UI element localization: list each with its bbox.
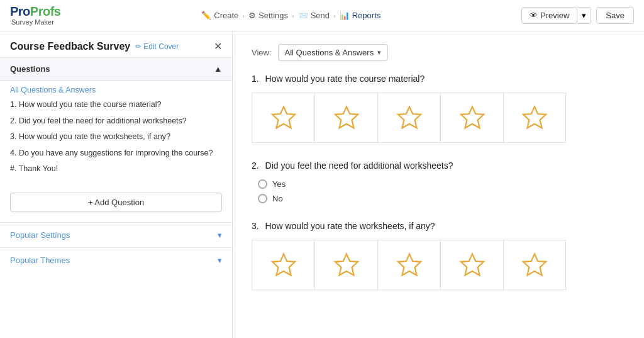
- view-option-label: All Questions & Answers: [285, 48, 374, 57]
- star-icon: [333, 104, 360, 132]
- save-button[interactable]: Save: [596, 7, 634, 24]
- eye-icon: 👁: [530, 11, 538, 20]
- nav-sep-2: ›: [292, 12, 294, 20]
- survey-title: Course Feedback Survey: [10, 41, 130, 52]
- star-3-4[interactable]: [440, 240, 503, 290]
- star-icon: [270, 104, 297, 132]
- star-3-1[interactable]: [252, 240, 314, 290]
- add-question-wrap: + Add Question: [0, 185, 232, 222]
- star-3-5[interactable]: [503, 240, 566, 290]
- radio-option-no[interactable]: No: [258, 194, 625, 203]
- nav-bar: ✏️ Create › ⚙ Settings › 📨 Send › 📊 Repo…: [201, 11, 380, 20]
- q3-text: How would you rate the worksheets, if an…: [19, 132, 170, 141]
- list-item[interactable]: 3. How would you rate the worksheets, if…: [10, 132, 222, 143]
- question-1-title: 1. How would you rate the course materia…: [252, 74, 625, 84]
- pencil-small-icon: ✏: [135, 42, 142, 51]
- sidebar-title-row: Course Feedback Survey ✏ Edit Cover: [10, 41, 179, 52]
- question-block-2: 2. Did you feel the need for additional …: [252, 161, 625, 203]
- q1-text: How would you rate the course material?: [19, 100, 162, 109]
- q5-num: #.: [10, 164, 16, 173]
- popular-themes-section[interactable]: Popular Themes ▾: [0, 247, 232, 273]
- star-icon: [333, 251, 360, 279]
- question-3-title: 3. How would you rate the worksheets, if…: [252, 221, 625, 231]
- send-icon: 📨: [298, 11, 308, 20]
- star-rating-1[interactable]: [252, 93, 625, 143]
- star-icon: [458, 104, 486, 132]
- star-3-3[interactable]: [377, 240, 440, 290]
- list-item[interactable]: 1. How would you rate the course materia…: [10, 99, 222, 111]
- star-3-2[interactable]: [314, 240, 377, 290]
- nav-create[interactable]: ✏️ Create: [201, 11, 238, 20]
- preview-wrap: 👁 Preview ▾: [521, 7, 591, 24]
- popular-settings-section[interactable]: Popular Settings ▾: [0, 222, 232, 247]
- sidebar-header: Course Feedback Survey ✏ Edit Cover ✕: [0, 31, 232, 57]
- radio-circle-no: [258, 194, 267, 203]
- q4-num: 4.: [10, 149, 16, 157]
- star-icon: [396, 251, 423, 279]
- question-block-3: 3. How would you rate the worksheets, if…: [252, 221, 625, 290]
- star-icon: [270, 251, 297, 279]
- pencil-icon: ✏️: [201, 11, 211, 20]
- star-rating-3[interactable]: [252, 240, 625, 290]
- save-label: Save: [606, 11, 625, 20]
- svg-marker-1: [335, 106, 357, 128]
- q4-text: Do you have any suggestions for improvin…: [19, 149, 213, 157]
- view-select[interactable]: All Questions & Answers ▾: [278, 44, 389, 61]
- questions-section-header[interactable]: Questions ▲: [0, 57, 232, 81]
- questions-chevron-icon: ▲: [214, 64, 222, 74]
- nav-send[interactable]: 📨 Send: [298, 11, 330, 20]
- radio-label-no: No: [272, 194, 283, 203]
- popular-settings-chevron-icon: ▾: [218, 230, 222, 240]
- svg-marker-8: [460, 254, 483, 275]
- list-item[interactable]: 2. Did you feel the need for additional …: [10, 116, 222, 127]
- question-block-1: 1. How would you rate the course materia…: [252, 74, 625, 143]
- q3-num: 3.: [10, 132, 16, 141]
- popular-themes-label: Popular Themes: [10, 256, 70, 265]
- view-dropdown-icon: ▾: [377, 48, 381, 57]
- nav-sep-1: ›: [242, 12, 245, 20]
- star-1-4[interactable]: [440, 93, 503, 143]
- list-item[interactable]: #. Thank You!: [10, 164, 222, 175]
- star-icon: [458, 251, 486, 279]
- view-bar: View: All Questions & Answers ▾: [252, 44, 625, 61]
- sidebar: Course Feedback Survey ✏ Edit Cover ✕ Qu…: [0, 31, 233, 338]
- questions-list: All Questions & Answers 1. How would you…: [0, 81, 232, 185]
- q1-num: 1.: [10, 100, 16, 109]
- q2-num: 2.: [10, 116, 16, 125]
- questions-section-label: Questions: [10, 64, 50, 74]
- sidebar-close-button[interactable]: ✕: [214, 40, 222, 52]
- nav-reports-label: Reports: [352, 11, 381, 20]
- star-1-3[interactable]: [377, 93, 440, 143]
- svg-marker-0: [272, 106, 294, 128]
- popular-settings-label: Popular Settings: [10, 230, 70, 240]
- logo-profs: Profs: [30, 4, 61, 18]
- gear-icon: ⚙: [248, 11, 256, 20]
- add-question-button[interactable]: + Add Question: [10, 193, 222, 212]
- star-1-1[interactable]: [252, 93, 314, 143]
- header-actions: 👁 Preview ▾ Save: [521, 7, 634, 24]
- question-2-title: 2. Did you feel the need for additional …: [252, 161, 625, 171]
- logo-pro: Pro: [10, 4, 30, 18]
- preview-button[interactable]: 👁 Preview: [521, 7, 577, 24]
- nav-send-label: Send: [311, 11, 330, 20]
- logo-subtitle: Survey Maker: [11, 18, 60, 26]
- list-item[interactable]: 4. Do you have any suggestions for impro…: [10, 148, 222, 159]
- app-header: ProProfs Survey Maker ✏️ Create › ⚙ Sett…: [0, 0, 644, 31]
- svg-marker-2: [397, 106, 420, 128]
- popular-themes-chevron-icon: ▾: [218, 256, 222, 265]
- radio-circle-yes: [258, 179, 267, 189]
- nav-create-label: Create: [214, 11, 238, 20]
- radio-label-yes: Yes: [272, 179, 286, 189]
- star-1-5[interactable]: [503, 93, 566, 143]
- star-icon: [396, 104, 423, 132]
- radio-option-yes[interactable]: Yes: [258, 179, 625, 189]
- nav-settings[interactable]: ⚙ Settings: [248, 11, 288, 20]
- nav-reports[interactable]: 📊 Reports: [340, 11, 381, 20]
- main-layout: Course Feedback Survey ✏ Edit Cover ✕ Qu…: [0, 31, 644, 338]
- preview-label: Preview: [540, 11, 569, 20]
- edit-cover-link[interactable]: ✏ Edit Cover: [135, 42, 179, 51]
- main-content: View: All Questions & Answers ▾ 1. How w…: [233, 31, 644, 338]
- preview-dropdown-button[interactable]: ▾: [577, 7, 591, 24]
- star-1-2[interactable]: [314, 93, 377, 143]
- all-questions-link[interactable]: All Questions & Answers: [10, 86, 222, 94]
